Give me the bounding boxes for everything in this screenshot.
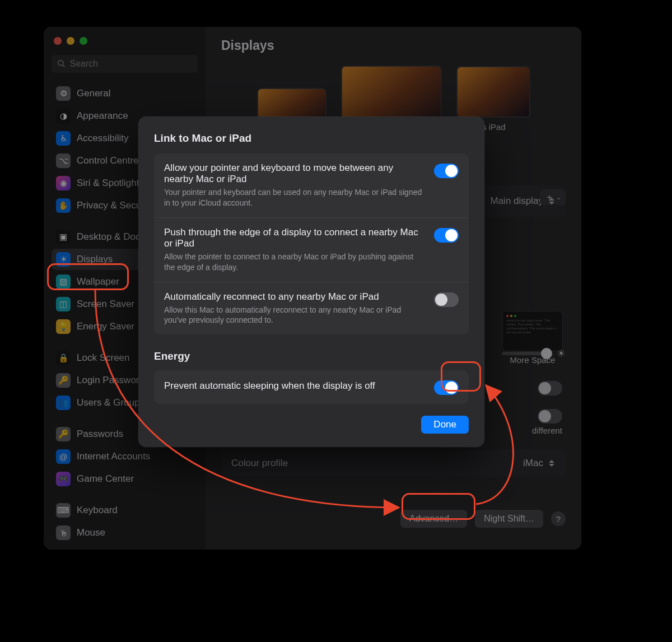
link-row-title: Automatically reconnect to any nearby Ma… [164,291,424,303]
sidebar-item-game-center[interactable]: 🎮Game Center [52,468,198,490]
svg-line-1 [63,65,65,67]
footer-buttons: Advanced… Night Shift… ? [400,510,566,528]
link-settings-card: Allow your pointer and keyboard to move … [154,153,469,334]
wallpaper-icon: ▨ [56,275,71,289]
link-row-2: Automatically reconnect to any nearby Ma… [154,282,469,335]
colour-profile-label: Colour profile [231,458,288,469]
sidebar-item-label: Screen Saver [77,299,134,310]
sidebar-item-label: Displays [77,254,113,265]
sidebar-item-internet-accounts[interactable]: @Internet Accounts [52,446,198,467]
sidebar-item-label: Desktop & Dock [77,231,145,243]
sidebar-item-general[interactable]: ⚙︎General [52,83,198,104]
sidebar-item-label: Appearance [77,110,128,122]
users-groups-icon: 👥 [56,396,71,410]
display-thumb-3[interactable] [458,67,529,117]
sidebar-item-label: Passwords [77,429,123,440]
passwords-icon: 🔑 [56,427,71,441]
prevent-sleep-toggle[interactable] [434,380,459,395]
chevron-down-icon: ⌄ [556,194,561,201]
link-row-title: Allow your pointer and keyboard to move … [164,162,424,185]
sidebar-item-label: General [77,88,110,99]
minimize-window-icon[interactable] [67,37,74,45]
sidebar-item-label: Energy Saver [77,321,134,332]
desktop-dock-icon: ▣ [56,230,71,244]
setting-toggle-2[interactable] [538,409,562,424]
brightness-slider-row: ☀︎ [502,347,566,360]
night-shift-button[interactable]: Night Shift… [475,510,543,528]
link-row-sub: Allow this Mac to automatically reconnec… [164,305,424,326]
login-password-icon: 🔑 [56,373,71,388]
resolution-preview: Here's to the crazy ones. The misfits. T… [503,311,562,351]
colour-profile-value: iMac [523,458,543,469]
link-row-sub: Your pointer and keyboard can be used on… [164,187,424,208]
appearance-icon: ◑ [56,109,71,123]
privacy-security-icon: ✋ [56,198,71,213]
sidebar-item-keyboard[interactable]: ⌨︎Keyboard [52,500,198,521]
help-button[interactable]: ? [551,511,566,526]
game-center-icon: 🎮 [56,472,71,486]
energy-saver-icon: 💡 [56,319,71,334]
updown-icon [548,196,556,206]
sidebar-item-label: Control Centre [77,155,139,166]
modal-section-title-1: Link to Mac or iPad [154,132,469,145]
accessibility-icon: ♿︎ [56,131,71,146]
sidebar-item-label: Internet Accounts [77,451,150,462]
use-as-value: Main display [491,196,544,207]
link-row-0: Allow your pointer and keyboard to move … [154,153,469,217]
sidebar-item-label: Mouse [77,527,105,538]
sidebar-item-mouse[interactable]: 🖱Mouse [52,522,198,543]
sidebar-item-label: Accessibility [77,133,129,144]
link-row-title: Push through the edge of a display to co… [164,227,424,249]
search-input[interactable] [70,59,193,69]
colour-profile-row[interactable]: Colour profile iMac [221,450,566,477]
internet-accounts-icon: @ [56,449,71,464]
sidebar-item-label: Users & Groups [77,397,144,408]
zoom-window-icon[interactable] [80,37,87,45]
page-title: Displays [221,38,566,53]
siri-spotlight-icon: ◉ [56,176,71,190]
brightness-slider[interactable] [502,352,550,355]
keyboard-icon: ⌨︎ [56,503,71,518]
modal-section-title-2: Energy [154,350,469,362]
sidebar-item-label: Lock Screen [77,352,130,364]
screen-saver-icon: ◫ [56,297,71,311]
sidebar-search[interactable] [52,55,198,73]
window-controls [52,35,198,53]
link-row-toggle-0[interactable] [434,164,459,178]
sidebar-item-label: Keyboard [77,505,118,516]
updown-icon [548,458,556,468]
general-icon: ⚙︎ [56,86,71,101]
svg-point-0 [58,61,63,66]
link-row-toggle-1[interactable] [434,228,459,243]
mouse-icon: 🖱 [56,525,71,540]
done-button[interactable]: Done [421,416,469,434]
sidebar-item-label: Game Center [77,473,134,485]
different-label: different [532,426,562,435]
energy-settings-card: Prevent automatic sleeping when the disp… [154,370,469,404]
prevent-sleep-title: Prevent automatic sleeping when the disp… [164,380,424,392]
sidebar-item-label: Wallpaper [77,276,119,287]
advanced-button[interactable]: Advanced… [400,510,467,528]
advanced-modal: Link to Mac or iPad Allow your pointer a… [138,117,484,447]
sidebar-item-label: Siri & Spotlight [77,178,139,189]
setting-toggle-1[interactable] [538,381,562,396]
lock-screen-icon: 🔒 [56,351,71,365]
displays-icon: ☀︎ [56,252,71,267]
brightness-high-icon: ☀︎ [557,347,566,360]
link-row-toggle-2[interactable] [434,292,459,307]
control-centre-icon: ⌥ [56,153,71,168]
sidebar-item-label: Login Password [77,375,144,386]
search-icon [57,59,66,68]
link-row-1: Push through the edge of a display to co… [154,217,469,282]
link-row-sub: Allow the pointer to connect to a nearby… [164,252,424,273]
prevent-sleep-row: Prevent automatic sleeping when the disp… [154,370,469,404]
close-window-icon[interactable] [54,37,62,45]
